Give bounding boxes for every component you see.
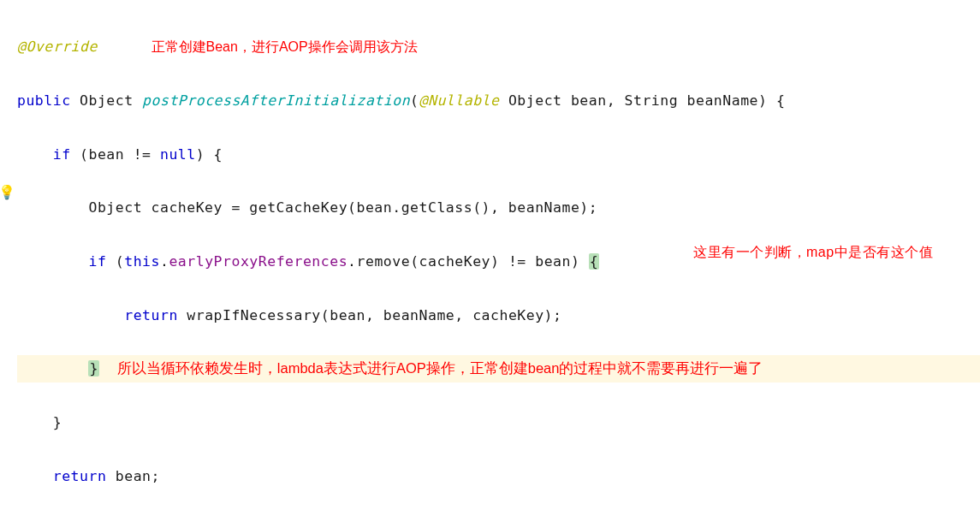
code-line: return bean; — [17, 463, 980, 489]
lightbulb-icon[interactable]: 💡 — [0, 180, 16, 205]
code-line: if (this.earlyProxyReferences.remove(cac… — [17, 248, 980, 275]
kw-return: return — [53, 468, 107, 484]
code-editor: @Override 正常创建Bean，进行AOP操作会调用该方法 public … — [0, 0, 980, 516]
cachekey-line: Object cacheKey = getCacheKey(bean.getCl… — [88, 199, 597, 216]
highlighted-line: } 所以当循环依赖发生时，lambda表达式进行AOP操作，正常创建bean的过… — [17, 355, 980, 382]
kw-return: return — [124, 307, 178, 323]
code-line: public Object postProcessAfterInitializa… — [17, 87, 980, 114]
field-earlyproxy: earlyProxyReferences — [169, 253, 347, 270]
kw-this: this — [124, 253, 160, 270]
kw-if: if — [53, 146, 71, 163]
remove-call: .remove(cacheKey) != bean) — [347, 253, 589, 270]
annotation-top: 正常创建Bean，进行AOP操作会调用该方法 — [151, 39, 418, 54]
nullable-annotation: @Nullable — [419, 92, 500, 109]
code-line: return wrapIfNecessary(bean, beanName, c… — [17, 302, 980, 329]
highlighted-brace-open: { — [589, 253, 599, 270]
override-annotation: @Override — [17, 39, 98, 55]
kw-if: if — [88, 253, 106, 270]
kw-public: public — [17, 92, 71, 109]
code-line: if (bean != null) { — [17, 141, 980, 168]
code-line: @Override 正常创建Bean，进行AOP操作会调用该方法 — [17, 33, 980, 60]
code-line: Object cacheKey = getCacheKey(bean.getCl… — [17, 194, 980, 221]
annotation-middle: 所以当循环依赖发生时，lambda表达式进行AOP操作，正常创建bean的过程中… — [117, 360, 763, 376]
annotation-right1: 这里有一个判断，map中是否有这个值 — [693, 243, 976, 262]
param-sig: Object bean, String beanName) { — [508, 92, 785, 109]
method-name-1: postProcessAfterInitialization — [142, 92, 410, 109]
highlighted-brace-close: } — [88, 360, 98, 377]
code-line: } — [17, 409, 980, 436]
kw-null: null — [160, 146, 196, 163]
